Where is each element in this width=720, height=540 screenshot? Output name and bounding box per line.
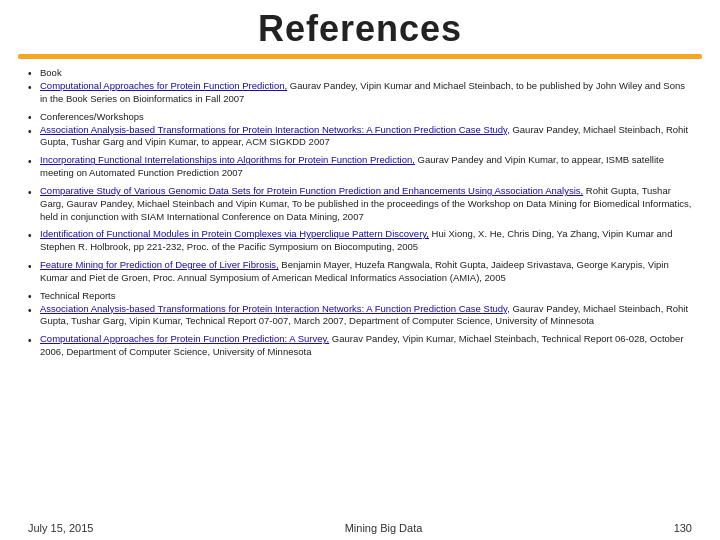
technical-section-2: • Computational Approaches for Protein F… [28,333,692,359]
conf-item-3: • Comparative Study of Various Genomic D… [28,185,692,223]
bullet-icon: • [28,125,40,139]
book-section: • Book • Computational Approaches for Pr… [28,67,692,106]
conf-section-3: • Comparative Study of Various Genomic D… [28,185,692,223]
conf-section-2: • Incorporating Functional Interrelation… [28,154,692,180]
tech-ref-2: Computational Approaches for Protein Fun… [40,333,692,359]
conf-ref-1: Association Analysis-based Transformatio… [40,124,692,150]
tech-item-1: • Association Analysis-based Transformat… [28,303,692,329]
conf-item-4: • Identification of Functional Modules i… [28,228,692,254]
conf-ref-4: Identification of Functional Modules in … [40,228,692,254]
bullet-icon: • [28,155,40,169]
conf-link-2[interactable]: Incorporating Functional Interrelationsh… [40,154,415,165]
bullet-icon: • [28,334,40,348]
bullet-icon: • [28,81,40,95]
book-ref-1: Computational Approaches for Protein Fun… [40,80,692,106]
bullet-icon: • [28,68,40,79]
conf-item-2: • Incorporating Functional Interrelation… [28,154,692,180]
tech-link-1[interactable]: Association Analysis-based Transformatio… [40,303,510,314]
conf-ref-3: Comparative Study of Various Genomic Dat… [40,185,692,223]
slide: References • Book • Computational Approa… [0,0,720,540]
technical-section: • Technical Reports • Association Analys… [28,290,692,329]
tech-item-2: • Computational Approaches for Protein F… [28,333,692,359]
conf-section-5: • Feature Mining for Prediction of Degre… [28,259,692,285]
bullet-icon: • [28,260,40,274]
tech-label-row: • Technical Reports [28,290,692,302]
conf-section-4: • Identification of Functional Modules i… [28,228,692,254]
bullet-icon: • [28,304,40,318]
conf-section-label: Conferences/Workshops [40,111,144,122]
slide-footer: July 15, 2015 Mining Big Data 130 [0,518,720,540]
conf-ref-5: Feature Mining for Prediction of Degree … [40,259,692,285]
tech-ref-1: Association Analysis-based Transformatio… [40,303,692,329]
conf-ref-2: Incorporating Functional Interrelationsh… [40,154,692,180]
tech-link-2[interactable]: Computational Approaches for Protein Fun… [40,333,329,344]
book-label-row: • Book [28,67,692,79]
conf-label-row: • Conferences/Workshops [28,111,692,123]
footer-title: Mining Big Data [345,522,423,534]
book-item-1: • Computational Approaches for Protein F… [28,80,692,106]
conferences-section: • Conferences/Workshops • Association An… [28,111,692,150]
bullet-icon: • [28,291,40,302]
tech-section-label: Technical Reports [40,290,116,301]
bullet-icon: • [28,112,40,123]
slide-header: References [0,0,720,54]
conf-link-4[interactable]: Identification of Functional Modules in … [40,228,429,239]
conf-link-1[interactable]: Association Analysis-based Transformatio… [40,124,510,135]
accent-bar [18,54,702,59]
bullet-icon: • [28,186,40,200]
footer-date: July 15, 2015 [28,522,93,534]
book-section-label: Book [40,67,62,78]
conf-item-5: • Feature Mining for Prediction of Degre… [28,259,692,285]
conf-link-5[interactable]: Feature Mining for Prediction of Degree … [40,259,279,270]
bullet-icon: • [28,229,40,243]
book-link-1[interactable]: Computational Approaches for Protein Fun… [40,80,287,91]
footer-page: 130 [674,522,692,534]
conf-link-3[interactable]: Comparative Study of Various Genomic Dat… [40,185,583,196]
conf-item-1: • Association Analysis-based Transformat… [28,124,692,150]
page-title: References [0,8,720,50]
references-content: • Book • Computational Approaches for Pr… [0,65,720,518]
